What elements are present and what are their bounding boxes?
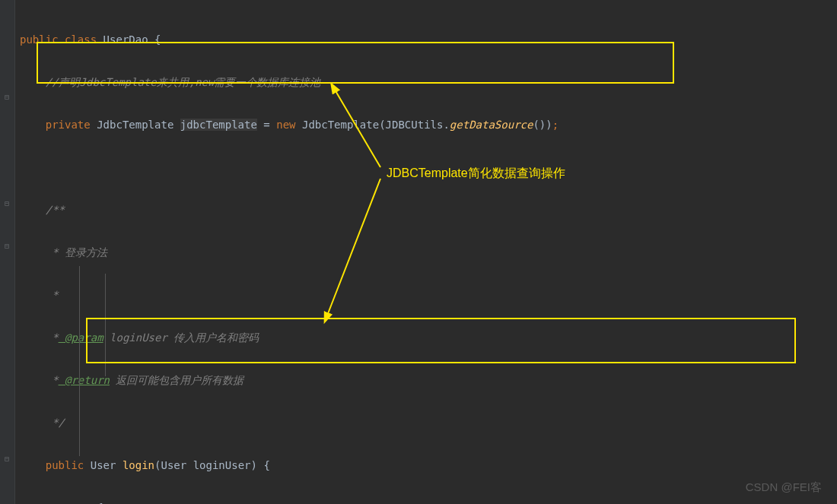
editor-gutter: ⊟ ⊟ ⊟ ⊟ xyxy=(0,0,15,504)
code-line: * xyxy=(20,284,668,306)
code-line: public class UserDao { xyxy=(20,29,668,50)
watermark-text: CSDN @FEI客 xyxy=(746,480,822,495)
code-line: public User login(User loginUser) { xyxy=(20,455,668,476)
code-line xyxy=(20,157,668,178)
fold-icon[interactable]: ⊟ xyxy=(2,199,11,208)
code-line: private JdbcTemplate jdbcTemplate = new … xyxy=(20,114,668,135)
fold-icon[interactable]: ⊟ xyxy=(2,242,11,251)
fold-icon[interactable]: ⊟ xyxy=(2,93,11,102)
code-line: try { xyxy=(20,497,668,504)
code-line: * @param loginUser 传入用户名和密码 xyxy=(20,327,668,348)
code-line: * @return 返回可能包含用户所有数据 xyxy=(20,369,668,391)
code-line: //声明JdbcTemplate来共用,new需要一个数据库连接池 xyxy=(20,71,668,93)
fold-icon[interactable]: ⊟ xyxy=(2,455,11,464)
code-editor-content[interactable]: public class UserDao { //声明JdbcTemplate来… xyxy=(20,8,668,504)
code-line: */ xyxy=(20,412,668,433)
indent-guide xyxy=(105,274,106,376)
indent-guide xyxy=(79,266,80,456)
code-line: /** xyxy=(20,199,668,220)
code-line: * 登录方法 xyxy=(20,242,668,263)
